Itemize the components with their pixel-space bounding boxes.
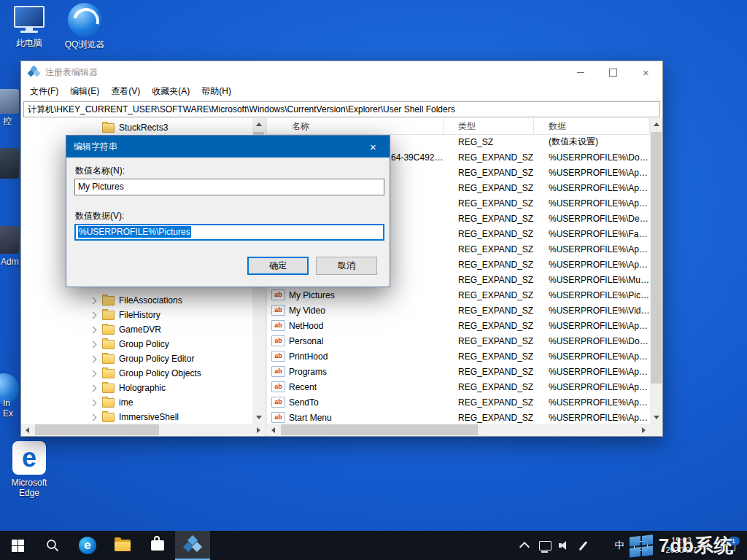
tree-item[interactable]: StuckRects3	[21, 120, 252, 135]
column-header-data[interactable]: 数据	[534, 118, 650, 134]
chevron-right-icon[interactable]	[90, 298, 102, 303]
partial-icon-label: Ex	[3, 408, 13, 419]
tree-item[interactable]: GameDVR	[21, 322, 252, 337]
tree-item[interactable]: Group Policy Objects	[21, 366, 252, 381]
menu-edit[interactable]: 编辑(E)	[64, 83, 105, 100]
tree-item[interactable]: FileAssociations	[21, 293, 252, 308]
registry-value-row[interactable]: ab Programs REG_EXPAND_SZ %USERPROFILE%\…	[267, 364, 650, 379]
ok-button[interactable]: 确定	[247, 257, 309, 275]
dialog-titlebar[interactable]: 编辑字符串 ×	[66, 136, 390, 158]
scrollbar-thumb[interactable]	[35, 424, 159, 435]
window-titlebar[interactable]: 注册表编辑器 ×	[21, 61, 662, 83]
desktop-icon-this-pc[interactable]: 此电脑	[6, 6, 53, 48]
start-button[interactable]	[0, 531, 35, 560]
taskbar-clock[interactable]: 15:03 2020/9/7	[655, 531, 708, 560]
chevron-right-icon[interactable]	[90, 342, 102, 347]
registry-value-row[interactable]: ab Personal REG_EXPAND_SZ %USERPROFILE%\…	[267, 333, 650, 349]
close-icon: ×	[370, 141, 376, 153]
chevron-right-icon[interactable]	[90, 357, 102, 362]
partial-icon-label: 控	[3, 115, 12, 128]
tree-item[interactable]: ime	[21, 395, 252, 410]
scroll-right-icon[interactable]	[638, 424, 650, 436]
scroll-up-icon[interactable]	[650, 118, 662, 131]
scroll-down-icon[interactable]	[650, 411, 662, 424]
tree-item[interactable]: ImmersiveShell	[21, 410, 252, 424]
list-vertical-scrollbar[interactable]	[650, 118, 662, 424]
menu-file[interactable]: 文件(F)	[24, 83, 64, 100]
taskbar-store-button[interactable]	[140, 531, 175, 560]
scrollbar-thumb[interactable]	[651, 132, 662, 384]
notification-badge: 1	[728, 537, 740, 545]
taskbar-explorer-button[interactable]	[105, 531, 140, 560]
maximize-button[interactable]	[597, 61, 630, 83]
search-button[interactable]	[35, 531, 70, 560]
value-type: REG_EXPAND_SZ	[444, 168, 534, 178]
value-name-input[interactable]: My Pictures	[74, 179, 384, 195]
registry-value-row[interactable]: ab My Pictures REG_EXPAND_SZ %USERPROFIL…	[267, 287, 650, 303]
chevron-right-icon[interactable]	[90, 386, 102, 391]
tray-keyboard-button[interactable]	[630, 531, 651, 560]
scrollbar-thumb[interactable]	[281, 424, 478, 435]
tree-item[interactable]: Group Policy Editor	[21, 351, 252, 366]
tray-pen-button[interactable]	[573, 531, 592, 560]
registry-value-row[interactable]: ab PrintHood REG_EXPAND_SZ %USERPROFILE%…	[267, 349, 650, 364]
scroll-down-icon[interactable]	[252, 411, 265, 424]
desktop-icon-microsoft-edge[interactable]: e Microsoft Edge	[6, 441, 53, 498]
registry-value-row[interactable]: ab SendTo REG_EXPAND_SZ %USERPROFILE%\Ap…	[267, 394, 650, 410]
address-input[interactable]: 计算机\HKEY_CURRENT_USER\SOFTWARE\Microsoft…	[23, 101, 660, 117]
scroll-right-icon[interactable]	[252, 424, 265, 436]
taskbar: e 中 15:03 2020/9/7 1	[0, 531, 747, 560]
scroll-left-icon[interactable]	[21, 424, 34, 436]
scroll-left-icon[interactable]	[267, 424, 279, 436]
tray-expand-button[interactable]	[515, 531, 534, 560]
tree-item[interactable]: Group Policy	[21, 337, 252, 351]
action-center-button[interactable]: 1	[713, 531, 743, 560]
tray-network-button[interactable]	[535, 531, 554, 560]
windows-logo-icon	[12, 540, 24, 552]
network-icon	[539, 541, 551, 551]
registry-value-row[interactable]: ab Recent REG_EXPAND_SZ %USERPROFILE%\Ap…	[267, 379, 650, 394]
value-data: %USERPROFILE%\AppData\Roaming\Microsoft\…	[534, 321, 650, 331]
chevron-right-icon[interactable]	[90, 400, 102, 405]
dialog-title: 编辑字符串	[74, 141, 117, 153]
value-name: SendTo	[289, 397, 319, 408]
tree-item[interactable]: Holographic	[21, 381, 252, 395]
folder-icon	[102, 398, 115, 408]
chevron-up-icon	[519, 542, 530, 552]
taskbar-edge-button[interactable]: e	[70, 531, 105, 560]
menu-view[interactable]: 查看(V)	[105, 83, 146, 100]
scroll-up-icon[interactable]	[252, 118, 265, 131]
dialog-close-button[interactable]: ×	[357, 136, 390, 158]
registry-value-row[interactable]: ab My Video REG_EXPAND_SZ %USERPROFILE%\…	[267, 303, 650, 318]
partial-desktop-icon[interactable]	[0, 148, 19, 179]
value-data: %USERPROFILE%\AppData\Roaming\Microsoft\…	[534, 413, 650, 423]
chevron-right-icon[interactable]	[90, 313, 102, 318]
chevron-right-icon[interactable]	[90, 415, 102, 420]
tray-ime-button[interactable]: 中	[610, 531, 629, 560]
chevron-right-icon[interactable]	[90, 327, 102, 332]
close-button[interactable]: ×	[630, 61, 662, 83]
partial-desktop-icon[interactable]	[0, 89, 19, 114]
tray-volume-button[interactable]	[554, 531, 573, 560]
taskbar-regedit-button[interactable]	[175, 531, 210, 560]
menu-help[interactable]: 帮助(H)	[196, 83, 237, 100]
chevron-right-icon[interactable]	[90, 125, 102, 131]
desktop-icon-qq-browser[interactable]: QQ浏览器	[61, 3, 108, 50]
chevron-right-icon[interactable]	[90, 371, 102, 376]
cancel-button[interactable]: 取消	[316, 257, 377, 275]
partial-desktop-icon[interactable]	[0, 226, 19, 254]
menu-favorites[interactable]: 收藏夹(A)	[146, 83, 196, 100]
column-header-type[interactable]: 类型	[444, 118, 534, 134]
minimize-button[interactable]	[564, 61, 597, 83]
value-data: %USERPROFILE%\Downloads	[534, 152, 650, 163]
tree-item[interactable]: FileHistory	[21, 308, 252, 322]
list-horizontal-scrollbar[interactable]	[267, 424, 650, 436]
edge-icon: e	[79, 537, 96, 554]
registry-value-row[interactable]: ab NetHood REG_EXPAND_SZ %USERPROFILE%\A…	[267, 318, 650, 333]
tree-horizontal-scrollbar[interactable]	[21, 424, 265, 436]
column-header-name[interactable]: 名称	[267, 118, 444, 134]
registry-value-row[interactable]: ab Start Menu REG_EXPAND_SZ %USERPROFILE…	[267, 410, 650, 424]
menu-bar: 文件(F) 编辑(E) 查看(V) 收藏夹(A) 帮助(H)	[21, 83, 662, 101]
this-pc-icon	[14, 6, 44, 35]
value-data-input[interactable]: %USERPROFILE%\Pictures	[74, 224, 384, 241]
